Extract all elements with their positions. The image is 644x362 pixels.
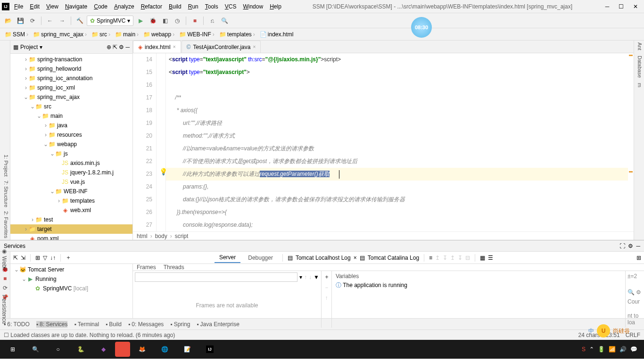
tree-row[interactable]: JSjquery-1.8.2.min.j — [10, 168, 132, 177]
tree-row[interactable]: ›📁spring-transaction — [10, 55, 132, 64]
back-icon[interactable]: ← — [45, 16, 55, 26]
tree-row[interactable]: ›📁templates — [10, 196, 132, 206]
sort-icon[interactable]: ↓↑ — [50, 255, 56, 261]
profile-icon[interactable]: ◷ — [172, 16, 182, 26]
bottom-tool-spring[interactable]: ▪ Spring — [170, 321, 190, 328]
ant-tool-button[interactable]: Ant — [637, 42, 643, 50]
search-button[interactable]: 🔍 — [25, 340, 46, 358]
app-icon[interactable]: ◆ — [92, 340, 114, 358]
menu-run[interactable]: Run — [185, 2, 201, 11]
favorites-tool-button[interactable]: 2: Favorites — [1, 211, 9, 238]
tree-row[interactable]: ›📁test — [10, 215, 132, 224]
tree-row[interactable]: ◈web.xml — [10, 206, 132, 215]
tree-row[interactable]: ⌄📁spring_mvc_ajax — [10, 92, 132, 102]
menu-edit[interactable]: Edit — [27, 2, 42, 11]
expand-icon[interactable]: ⛶ — [619, 243, 625, 249]
hide-icon[interactable]: ─ — [125, 44, 130, 50]
code-editor[interactable]: 1415161718192021222324252627 💡 <script t… — [133, 53, 634, 231]
layout-icon[interactable]: ▦ — [480, 255, 485, 261]
tray-icon[interactable]: ⌃ — [589, 346, 594, 353]
tray-icon[interactable]: 🔋 — [598, 346, 605, 353]
close-log-icon[interactable]: × — [354, 255, 357, 261]
tray-icon[interactable]: 🔊 — [619, 346, 627, 353]
maven-tool-button[interactable]: m — [637, 83, 643, 87]
bottom-tool-messages[interactable]: ▪ 0: Messages — [128, 321, 164, 328]
tb-icon[interactable]: ↧ — [443, 255, 447, 261]
tree-row[interactable]: ›📁spring_ioc_annotation — [10, 74, 132, 83]
collapse-icon[interactable]: ⇱ — [113, 44, 117, 50]
tree-row[interactable]: ⌄📁main — [10, 111, 132, 121]
nav-crumb[interactable]: 📁SSM › — [3, 30, 30, 39]
threads-subtab[interactable]: Threads — [164, 264, 184, 271]
frames-subtab[interactable]: Frames — [137, 264, 156, 271]
bottom-tool-build[interactable]: ▪ Build — [106, 321, 122, 328]
close-tab-icon[interactable]: × — [253, 44, 256, 49]
close-tab-icon[interactable]: × — [173, 44, 176, 49]
services-tree-row[interactable]: ⌄▶Running — [10, 274, 132, 284]
nav-crumb[interactable]: 📁spring_mvc_ajax › — [31, 30, 89, 39]
editor-tab[interactable]: ©TestAjaxController.java× — [182, 41, 261, 53]
tree-row[interactable]: ⌄📁js — [10, 149, 132, 158]
nav-crumb[interactable]: 📁main › — [113, 30, 140, 39]
tb-icon[interactable]: ↧ — [458, 255, 462, 261]
intellij-taskbar-icon[interactable]: IJ — [199, 340, 221, 358]
code-content[interactable]: <script type="text/javascript" th:src="@… — [166, 53, 634, 231]
tray-icon[interactable]: S — [582, 346, 586, 353]
menu-tools[interactable]: Tools — [202, 2, 221, 11]
remove-icon[interactable]: － — [324, 284, 330, 292]
tree-row[interactable]: ›📁java — [10, 121, 132, 130]
server-tab[interactable]: Server — [215, 253, 240, 263]
nav-crumb[interactable]: 📄index.html — [258, 30, 296, 39]
app-icon[interactable] — [115, 342, 130, 357]
persistence-tool-button[interactable]: Persistence — [1, 295, 8, 324]
tb-icon[interactable]: ⊟ — [465, 255, 470, 261]
group-icon[interactable]: ⊞ — [35, 255, 40, 261]
tb-icon[interactable]: ↥ — [435, 255, 440, 261]
expand-all-icon[interactable]: ⇱ — [13, 255, 18, 261]
database-tool-button[interactable]: Database — [637, 56, 643, 78]
menu-refactor[interactable]: Refactor — [138, 2, 165, 11]
tree-row[interactable]: ◈pom.xml — [10, 234, 132, 240]
tree-row[interactable]: ⌄📁WEB-INF — [10, 187, 132, 196]
tray-icon[interactable]: 💬 — [630, 346, 637, 353]
debug-icon[interactable]: 🐞 — [148, 16, 158, 26]
build-icon[interactable]: 🔨 — [74, 16, 85, 26]
services-tree-row[interactable]: ⌄🐱Tomcat Server — [10, 265, 132, 274]
breadcrumb-item[interactable]: body — [155, 233, 167, 239]
chevron-down-icon[interactable]: ▾ — [299, 274, 302, 280]
menu-build[interactable]: Build — [166, 2, 184, 11]
open-icon[interactable]: 📂 — [3, 16, 13, 26]
web-tool-button[interactable]: ◉ Web — [1, 248, 8, 268]
tree-row[interactable]: ›📁target — [10, 224, 132, 234]
up-icon[interactable]: ↑ — [325, 295, 328, 301]
nav-crumb[interactable]: 📁templates › — [217, 30, 257, 39]
tree-row[interactable]: ›📁spring_ioc_xml — [10, 83, 132, 92]
nav-crumb[interactable]: 📁src › — [90, 30, 112, 39]
forward-icon[interactable]: → — [57, 16, 67, 26]
filter-icon[interactable]: ▽ — [43, 255, 47, 261]
bottom-tool-javaenterprise[interactable]: ▪ Java Enterprise — [197, 321, 239, 328]
structure-tool-button[interactable]: 7: Structure — [1, 181, 9, 207]
project-tree[interactable]: ›📁spring-transaction›📁spring_helloworld›… — [10, 54, 132, 240]
editor-tab[interactable]: ◈index.html× — [133, 41, 181, 53]
stop-icon[interactable]: ■ — [190, 16, 200, 26]
cortana-button[interactable]: ○ — [47, 340, 69, 358]
bottom-tool-services[interactable]: ▪ 8: Services — [36, 321, 68, 328]
vcs-icon[interactable]: ⎌ — [207, 16, 217, 26]
side-search-icon[interactable]: 🔍 ⚙ — [627, 289, 642, 296]
coverage-icon[interactable]: ◧ — [160, 16, 170, 26]
gear-icon[interactable]: ⚙ — [628, 243, 633, 249]
frames-search-input[interactable] — [135, 272, 297, 282]
menu-file[interactable]: File — [11, 2, 26, 11]
project-tool-button[interactable]: 1: Project — [1, 155, 9, 176]
breadcrumb-item[interactable]: script — [175, 233, 189, 239]
catalina-log-tab[interactable]: Tomcat Catalina Log — [368, 255, 419, 261]
breadcrumb-item[interactable]: html — [137, 233, 148, 239]
menu-help[interactable]: Help — [267, 2, 284, 11]
add-icon[interactable]: ＋ — [66, 254, 71, 262]
settings-icon[interactable]: ⊞ — [636, 255, 641, 261]
bottom-tool-terminal[interactable]: ▪ Terminal — [74, 321, 99, 328]
up-icon[interactable]: ↑ — [304, 274, 307, 280]
refresh-icon[interactable]: ⟳ — [27, 16, 38, 26]
nav-crumb[interactable]: 📁webapp › — [141, 30, 176, 39]
